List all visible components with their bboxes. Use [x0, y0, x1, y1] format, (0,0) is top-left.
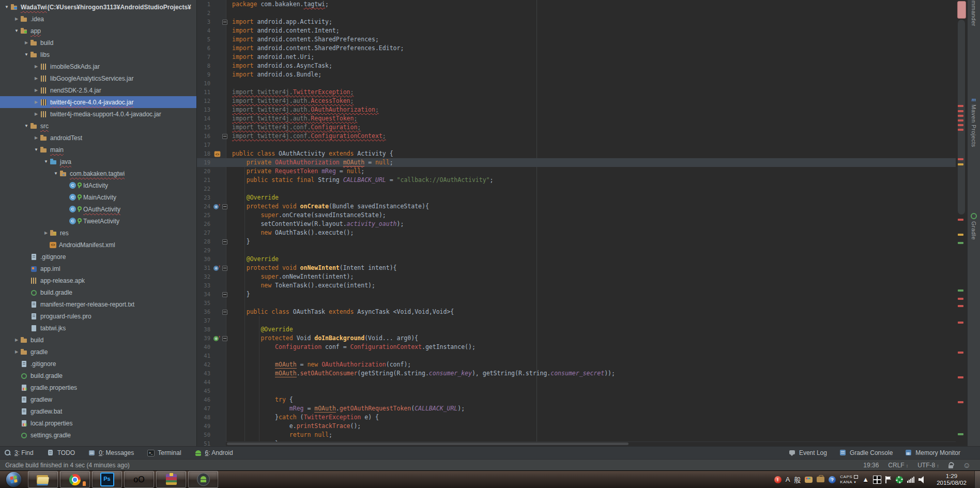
line-number[interactable]: 6 [197, 44, 212, 53]
line-number[interactable]: 39 [197, 334, 212, 343]
line-number[interactable]: 33 [197, 281, 212, 290]
code-text[interactable]: super.onCreate(savedInstanceState); [228, 211, 386, 220]
line-number[interactable]: 8 [197, 62, 212, 70]
code-text[interactable]: import twitter4j.TwitterException; [228, 88, 354, 97]
line-number[interactable]: 11 [197, 88, 212, 97]
code-text[interactable]: try { [228, 395, 293, 404]
tree-item-gradlew-bat[interactable]: gradlew.bat [0, 405, 196, 417]
code-text[interactable]: protected Void doInBackground(Void... ar… [228, 334, 418, 343]
code-text[interactable]: import android.app.Activity; [228, 18, 332, 26]
tree-item-libgoogleanalyticsservices-jar[interactable]: ▶libGoogleAnalyticsServices.jar [0, 72, 196, 84]
code-text[interactable]: mOAuth = new OAuthAuthorization(conf); [228, 360, 411, 369]
code-text[interactable]: @Override [228, 325, 293, 334]
fold-marker[interactable] [222, 336, 227, 341]
toolwindow-memory-monitor[interactable]: Memory Monitor [905, 449, 960, 456]
expand-arrow-icon[interactable]: ▶ [33, 64, 40, 69]
code-text[interactable]: @Override [228, 255, 279, 264]
code-text[interactable]: }catch (TwitterException e) { [228, 413, 379, 422]
code-text[interactable]: protected void onNewIntent(Intent intent… [228, 264, 397, 272]
tree-item-app-release-apk[interactable]: app-release.apk [0, 274, 196, 286]
line-number[interactable]: 48 [197, 413, 212, 422]
code-text[interactable]: import twitter4j.auth.OAuthAuthorization… [228, 105, 379, 114]
code-text[interactable]: public class OAuthActivity extends Activ… [228, 149, 393, 158]
hscrollbar-thumb[interactable] [227, 443, 629, 445]
code-text[interactable]: import android.content.Intent; [228, 26, 340, 35]
chrome-taskbar-button[interactable] [60, 471, 90, 488]
fold-marker[interactable] [222, 292, 227, 297]
code-text[interactable]: super.onNewIntent(intent); [228, 272, 354, 281]
stripe-mark[interactable] [958, 298, 963, 300]
stripe-mark[interactable] [958, 115, 963, 117]
code-text[interactable]: import twitter4j.conf.ConfigurationConte… [228, 132, 386, 141]
tree-item-build[interactable]: ▶build [0, 37, 196, 49]
line-number[interactable]: 34 [197, 290, 212, 299]
code-text[interactable]: mOAuth.setOAuthConsumer(getString(R.stri… [228, 369, 615, 378]
explorer-taskbar-button[interactable] [28, 471, 58, 488]
tree-item-libs[interactable]: ▼libs [0, 49, 196, 60]
code-text[interactable]: Configuration conf = ConfigurationContex… [228, 343, 476, 352]
editor-hscrollbar[interactable] [226, 441, 956, 446]
code-editor[interactable]: 1package com.bakaken.tagtwi;23import and… [197, 0, 956, 446]
toolwindow-0-messages[interactable]: 0: Messages [88, 449, 134, 456]
tool-tab-commander[interactable]: Commander [968, 0, 980, 26]
tree-item-tabtwi-jks[interactable]: ?tabtwi.jks [0, 322, 196, 334]
lock-icon[interactable] [948, 462, 954, 468]
tray-ime-toolbox[interactable] [817, 477, 824, 482]
code-text[interactable]: public class OAuthTask extends AsyncTask… [228, 308, 454, 316]
expand-arrow-icon[interactable]: ▶ [33, 135, 40, 140]
code-text[interactable]: package com.bakaken.tagtwi; [228, 0, 329, 9]
line-number[interactable]: 7 [197, 53, 212, 62]
code-text[interactable]: e.printStackTrace(); [228, 422, 361, 431]
tree-item-src[interactable]: ▼src [0, 120, 196, 132]
line-number[interactable]: 25 [197, 211, 212, 220]
winrar-taskbar-button[interactable] [156, 471, 186, 488]
line-number[interactable]: 13 [197, 105, 212, 114]
line-number[interactable]: 35 [197, 299, 212, 308]
stripe-mark[interactable] [958, 119, 963, 121]
line-number[interactable]: 26 [197, 220, 212, 228]
collapse-arrow-icon[interactable]: ▼ [33, 147, 40, 152]
stripe-mark[interactable] [958, 110, 963, 112]
fold-marker[interactable] [222, 266, 227, 271]
tree-item-mainactivity[interactable]: CMainActivity [0, 191, 196, 203]
start-button[interactable] [0, 471, 27, 488]
expand-arrow-icon[interactable]: ▶ [33, 100, 40, 104]
code-text[interactable]: import android.content.SharedPreferences… [228, 44, 404, 53]
code-text[interactable]: import android.os.Bundle; [228, 70, 321, 79]
toolwindow-3-find[interactable]: 3: Find [4, 449, 34, 456]
line-ending-selector[interactable]: CRLF↕ [888, 462, 908, 469]
stripe-mark[interactable] [958, 158, 963, 160]
code-text[interactable]: setContentView(R.layout.activity_oauth); [228, 220, 404, 228]
expand-arrow-icon[interactable]: ▶ [23, 40, 30, 45]
tray-ime-han[interactable]: 般 [794, 475, 801, 484]
line-number[interactable]: 37 [197, 316, 212, 325]
stripe-mark[interactable] [958, 234, 963, 236]
expand-arrow-icon[interactable]: ▶ [33, 112, 40, 116]
error-indicator[interactable] [957, 1, 966, 19]
tree-item-twitter4j-media-support-4-0-4-javadoc-jar[interactable]: ▶twitter4j-media-support-4.0.4-javadoc.j… [0, 108, 196, 120]
stripe-mark[interactable] [958, 305, 963, 307]
tree-item-com-bakaken-tagtwi[interactable]: ▼com.bakaken.tagtwi [0, 167, 196, 179]
tree-item-oauthactivity[interactable]: COAuthActivity [0, 203, 196, 215]
tray-caps-kana[interactable]: CAPSKANA▾ [840, 475, 858, 485]
tray-hidden-icons[interactable]: ▲ [862, 476, 869, 483]
collapse-arrow-icon[interactable]: ▼ [3, 5, 10, 9]
line-number[interactable]: 30 [197, 255, 212, 264]
tree-item-androidmanifest-xml[interactable]: <>AndroidManifest.xml [0, 239, 196, 251]
tree-item-main[interactable]: ▼main [0, 144, 196, 156]
line-number[interactable]: 38 [197, 325, 212, 334]
line-number[interactable]: 18 [197, 149, 212, 158]
line-number[interactable]: 27 [197, 228, 212, 237]
line-number[interactable]: 29 [197, 246, 212, 255]
tree-item-tweetactivity[interactable]: CTweetActivity [0, 215, 196, 227]
fold-marker[interactable] [222, 20, 227, 25]
stripe-mark[interactable] [958, 322, 963, 324]
code-text[interactable]: import twitter4j.conf.Configuration; [228, 123, 361, 132]
code-text[interactable]: import twitter4j.auth.AccessToken; [228, 97, 354, 105]
stripe-mark[interactable] [958, 401, 963, 403]
line-number[interactable]: 19 [197, 158, 212, 167]
code-text[interactable]: return null; [228, 431, 332, 439]
photoshop-taskbar-button[interactable]: Ps [92, 471, 122, 488]
tree-item-local-properties[interactable]: local.properties [0, 417, 196, 429]
tree-item-idactivity[interactable]: CIdActivity [0, 179, 196, 191]
